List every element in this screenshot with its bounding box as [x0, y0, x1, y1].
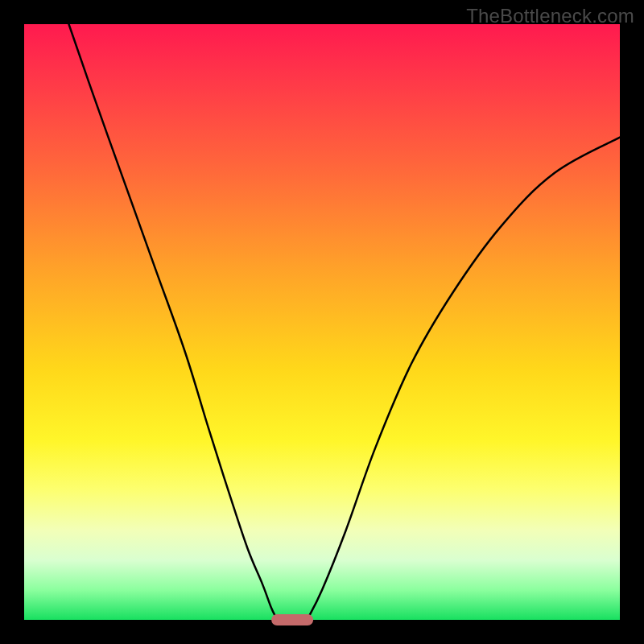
optimal-marker — [271, 614, 313, 625]
plot-area — [24, 24, 620, 620]
watermark-label: TheBottleneck.com — [466, 5, 634, 27]
chart-frame: TheBottleneck.com — [0, 0, 644, 644]
bottleneck-curve — [24, 24, 620, 620]
